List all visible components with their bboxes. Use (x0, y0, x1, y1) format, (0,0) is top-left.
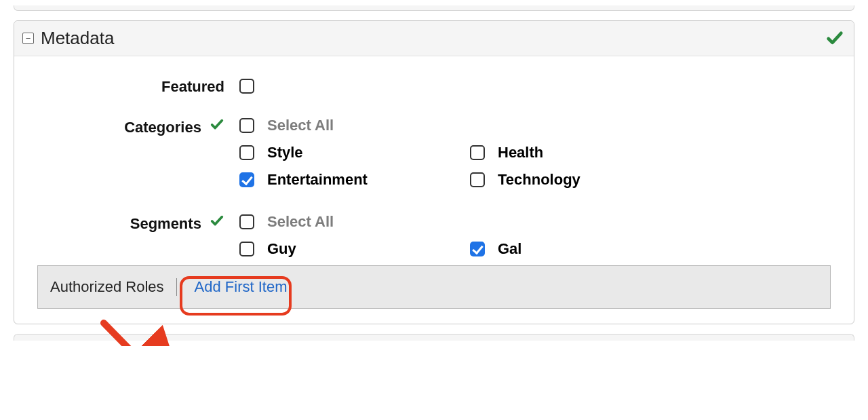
segment-option-label: Guy (267, 240, 296, 258)
category-style-checkbox[interactable] (239, 145, 254, 160)
categories-row: Categories Select All Style (33, 116, 835, 189)
collapse-toggle[interactable]: − (22, 33, 34, 44)
panel-body: Featured Categories (14, 56, 854, 324)
category-option-label: Entertainment (267, 171, 368, 189)
authorized-roles-bar: Authorized Roles Add First Item (37, 265, 831, 309)
panel-title: Metadata (41, 28, 114, 49)
segments-valid-check-icon (210, 214, 224, 229)
segments-select-all-checkbox[interactable] (239, 214, 254, 229)
add-first-item-link[interactable]: Add First Item (189, 275, 293, 299)
segments-row: Segments Select All Guy (33, 212, 835, 259)
segment-option-label: Gal (498, 240, 521, 258)
panel-valid-check-icon (825, 29, 844, 48)
category-option-label: Health (498, 144, 543, 161)
metadata-panel: − Metadata Featured Categories (14, 20, 854, 324)
segments-label: Segments (33, 212, 237, 233)
featured-checkbox[interactable] (239, 79, 254, 94)
segment-guy-checkbox[interactable] (239, 242, 254, 256)
segment-gal-checkbox[interactable] (470, 242, 485, 256)
category-option-label: Technology (498, 171, 580, 189)
annotation-arrow-icon (96, 318, 191, 346)
next-panel-top (14, 334, 854, 341)
featured-row: Featured (33, 77, 835, 96)
metadata-panel-header: − Metadata (14, 21, 854, 56)
category-technology-checkbox[interactable] (470, 172, 485, 187)
categories-select-all-checkbox[interactable] (239, 118, 254, 133)
categories-label: Categories (33, 116, 237, 136)
category-option-label: Style (267, 144, 303, 161)
category-health-checkbox[interactable] (470, 145, 485, 160)
featured-label: Featured (33, 77, 237, 96)
previous-panel-bottom (14, 5, 854, 11)
authorized-roles-title: Authorized Roles (50, 278, 164, 296)
categories-valid-check-icon (210, 117, 224, 132)
category-entertainment-checkbox[interactable] (239, 172, 254, 187)
categories-select-all-label: Select All (267, 117, 334, 134)
segments-select-all-label: Select All (267, 213, 334, 231)
vertical-divider (176, 278, 177, 296)
